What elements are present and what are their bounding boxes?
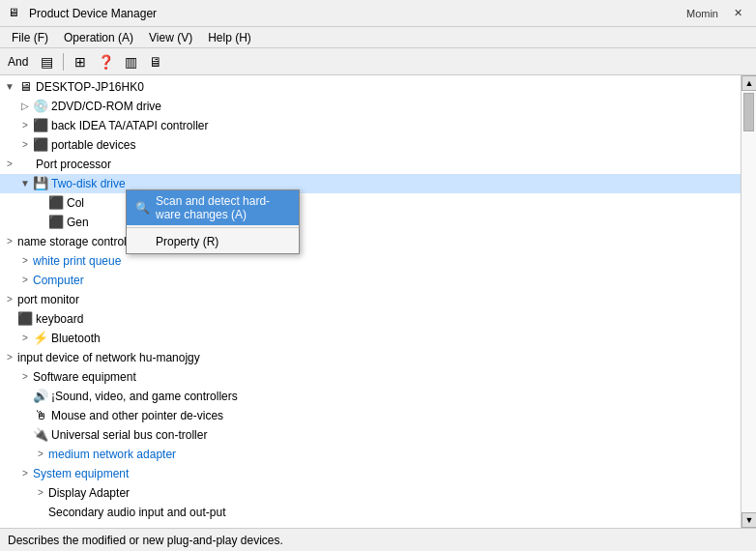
momin-label: Momin — [681, 7, 724, 20]
scroll-up-button[interactable]: ▲ — [741, 75, 756, 91]
expand-idea[interactable]: > — [17, 118, 33, 133]
label-idea: back IDEA TA/ATAPI controller — [51, 117, 209, 134]
toolbar-btn-3[interactable]: ❓ — [95, 51, 116, 72]
expand-software[interactable]: > — [17, 369, 33, 385]
expand-portable[interactable]: > — [17, 137, 33, 153]
toolbar-btn-5[interactable]: 🖥 — [145, 51, 166, 72]
title-bar: 🖥 Product Device Manager Momin ✕ — [0, 0, 756, 27]
tree-row-usb[interactable]: 🔌 Universal serial bus con-troller — [0, 425, 741, 445]
ctx-separator — [127, 227, 299, 228]
icon-two-disk: 💾 — [33, 176, 48, 191]
title-bar-left: 🖥 Product Device Manager — [8, 6, 157, 21]
toolbar-btn-4[interactable]: ▥ — [120, 51, 141, 72]
context-menu[interactable]: 🔍 Scan and detect hard-ware changes (A) … — [126, 189, 300, 254]
title-bar-right: Momin ✕ — [681, 6, 748, 20]
icon-port-proc — [17, 157, 33, 172]
tree-row-bluetooth[interactable]: > ⚡ Bluetooth — [0, 329, 741, 348]
tree-row-software[interactable]: > Software equipment — [0, 367, 741, 387]
expand-storage[interactable]: > — [2, 234, 17, 249]
icon-col: ⬛ — [48, 195, 64, 211]
tree-row-sound[interactable]: 🔊 ¡Sound, video, and game controllers — [0, 387, 741, 406]
label-gen: Gen — [67, 214, 89, 231]
toolbar: And ▤ ⊞ ❓ ▥ 🖥 — [0, 48, 756, 75]
tree-area[interactable]: ▼ 🖥 DESKTOP-JP16HK0 ▷ 💿 2DVD/CD-ROM driv… — [0, 75, 741, 528]
menu-file[interactable]: File (F) — [4, 29, 56, 46]
scroll-down-button[interactable]: ▼ — [741, 512, 756, 528]
tree-row-network[interactable]: > medium network adapter — [0, 445, 741, 464]
tree-row-secondary[interactable]: Secondary audio input and out-put — [0, 503, 741, 522]
menu-view[interactable]: View (V) — [141, 29, 200, 46]
icon-gen: ⬛ — [48, 215, 64, 230]
expand-system[interactable]: > — [17, 466, 33, 481]
icon-keyboard: ⬛ — [17, 311, 33, 327]
icon-root: 🖥 — [17, 79, 33, 95]
tree-row-dvd[interactable]: ▷ 💿 2DVD/CD-ROM drive — [0, 97, 741, 116]
tree-row-computer[interactable]: > Computer — [0, 271, 741, 290]
toolbar-btn-1[interactable]: ▤ — [36, 51, 57, 72]
tree-row-keyboard[interactable]: ⬛ keyboard — [0, 309, 741, 329]
ctx-label-scan: Scan and detect hard-ware changes (A) — [156, 194, 270, 221]
icon-portable: ⬛ — [33, 137, 48, 153]
expand-computer[interactable]: > — [17, 273, 33, 288]
label-print: white print queue — [33, 252, 121, 270]
scroll-track[interactable] — [741, 91, 756, 512]
tree-row-gen[interactable]: ⬛ Gen — [0, 213, 741, 232]
label-input-dev: input device of network hu-manojgy — [17, 349, 200, 366]
status-text: Describes the modified or new plug-and-p… — [8, 534, 283, 547]
expand-bluetooth[interactable]: > — [17, 331, 33, 346]
device-tree: ▼ 🖥 DESKTOP-JP16HK0 ▷ 💿 2DVD/CD-ROM driv… — [0, 75, 741, 524]
menu-operation[interactable]: Operation (A) — [56, 29, 141, 46]
tree-row-input-dev[interactable]: > input device of network hu-manojgy — [0, 348, 741, 367]
icon-dvd: 💿 — [33, 99, 48, 114]
expand-print[interactable]: > — [17, 253, 33, 269]
label-port-proc: Port processor — [36, 156, 111, 173]
main-content: ▼ 🖥 DESKTOP-JP16HK0 ▷ 💿 2DVD/CD-ROM driv… — [0, 75, 756, 528]
tree-row-port-monitor[interactable]: > port monitor — [0, 290, 741, 309]
toolbar-btn-2[interactable]: ⊞ — [70, 51, 91, 72]
icon-bluetooth: ⚡ — [33, 331, 48, 346]
ctx-item-scan[interactable]: 🔍 Scan and detect hard-ware changes (A) — [127, 190, 299, 225]
label-secondary: Secondary audio input and out-put — [48, 504, 225, 521]
tree-row-system[interactable]: > System equipment — [0, 464, 741, 483]
status-bar: Describes the modified or new plug-and-p… — [0, 528, 756, 551]
label-keyboard: keyboard — [36, 310, 83, 328]
label-computer: Computer — [33, 272, 84, 289]
app-icon: 🖥 — [8, 6, 23, 21]
label-portable: portable devices — [51, 136, 135, 154]
expand-input-dev[interactable]: > — [2, 350, 17, 365]
scan-icon: 🔍 — [134, 200, 150, 216]
menu-bar: File (F) Operation (A) View (V) Help (H) — [0, 27, 756, 48]
label-display: Display Adapter — [48, 484, 130, 502]
label-dvd: 2DVD/CD-ROM drive — [51, 98, 161, 115]
label-mouse: Mouse and other pointer de-vices — [51, 407, 223, 424]
scroll-thumb[interactable] — [743, 93, 754, 131]
expand-root[interactable]: ▼ — [2, 79, 17, 95]
tree-row-two-disk[interactable]: ▼ 💾 Two-disk drive — [0, 174, 741, 193]
tree-row-col[interactable]: ⬛ Col — [0, 193, 741, 213]
tree-row-root[interactable]: ▼ 🖥 DESKTOP-JP16HK0 — [0, 77, 741, 97]
menu-help[interactable]: Help (H) — [200, 29, 259, 46]
icon-idea: ⬛ — [33, 118, 48, 133]
expand-port-monitor[interactable]: > — [2, 292, 17, 307]
expand-display[interactable]: > — [33, 485, 48, 501]
label-port-monitor: port monitor — [17, 291, 79, 308]
expand-dvd[interactable]: ▷ — [17, 99, 33, 114]
tree-row-idea[interactable]: > ⬛ back IDEA TA/ATAPI controller — [0, 116, 741, 135]
tree-row-portable[interactable]: > ⬛ portable devices — [0, 135, 741, 155]
label-sound: ¡Sound, video, and game controllers — [51, 388, 238, 405]
ctx-item-property[interactable]: Property (R) — [127, 230, 299, 253]
tree-row-storage[interactable]: > name storage control sublus... — [0, 232, 741, 251]
expand-port-proc[interactable]: > — [2, 157, 17, 172]
app-title: Product Device Manager — [29, 7, 157, 20]
expand-network[interactable]: > — [33, 447, 48, 462]
close-button[interactable]: ✕ — [728, 6, 748, 20]
tree-row-print[interactable]: > white print queue — [0, 251, 741, 271]
toolbar-filter-label: And — [4, 55, 32, 69]
tree-row-port-proc[interactable]: > Port processor — [0, 155, 741, 174]
label-system: System equipment — [33, 465, 129, 482]
tree-row-mouse[interactable]: 🖱 Mouse and other pointer de-vices — [0, 406, 741, 425]
expand-two-disk[interactable]: ▼ — [17, 176, 33, 191]
tree-row-display[interactable]: > Display Adapter — [0, 483, 741, 503]
property-icon — [134, 234, 150, 249]
scrollbar-vertical[interactable]: ▲ ▼ — [741, 75, 756, 528]
